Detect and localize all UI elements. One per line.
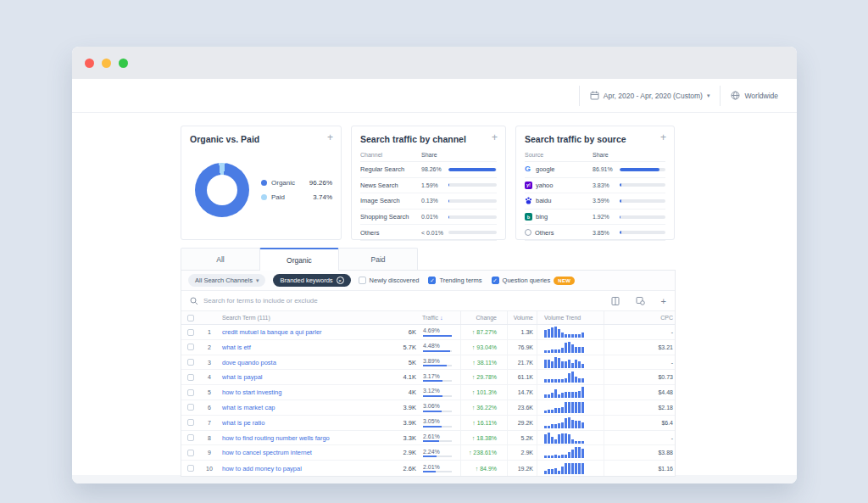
- traffic-share-bar-fill: [423, 411, 442, 412]
- row-checkbox[interactable]: [187, 389, 194, 396]
- trend-bar: [568, 452, 570, 458]
- volume-value: 21.7K: [507, 355, 537, 370]
- search-term-link[interactable]: how to add money to paypal: [219, 461, 391, 476]
- traffic-share-bar-fill: [423, 440, 439, 442]
- row-checkbox[interactable]: [187, 465, 194, 472]
- search-term-link[interactable]: what is pe ratio: [219, 416, 391, 430]
- filter-checkbox-newly-discovered[interactable]: Newly discovered: [359, 277, 420, 284]
- source-share: 3.85%: [593, 230, 620, 236]
- search-term-link[interactable]: credit mutuel la banque a qui parler: [219, 325, 391, 339]
- trend-bar: [551, 437, 554, 443]
- download-settings-icon[interactable]: [636, 296, 645, 305]
- traffic-value: 3.3K: [391, 431, 420, 445]
- row-checkbox[interactable]: [187, 374, 194, 381]
- search-channels-filter-chip[interactable]: All Search Channels ▾: [188, 274, 265, 287]
- source-label: bing: [536, 213, 548, 221]
- trend-bar: [575, 421, 577, 428]
- change-header[interactable]: Change: [460, 311, 507, 324]
- add-keywords-icon[interactable]: +: [661, 296, 666, 306]
- traffic-share-value: 4.48%: [423, 343, 440, 349]
- filter-bar: All Search Channels ▾ Branded keywords ×…: [181, 271, 675, 291]
- traffic-share-cell: 3.17%: [420, 370, 460, 384]
- row-checkbox[interactable]: [187, 344, 194, 350]
- checkbox-box[interactable]: ✓: [428, 277, 436, 284]
- row-number: 4: [200, 370, 219, 384]
- search-term-link[interactable]: what is paypal: [219, 370, 391, 384]
- minimize-button[interactable]: [102, 59, 111, 68]
- tab-organic[interactable]: Organic: [259, 248, 339, 271]
- browser-window: Apr, 2020 - Apr, 2020 (Custom) ▾ Worldwi…: [72, 47, 797, 483]
- search-term-link[interactable]: what is etf: [219, 340, 391, 355]
- region-selector[interactable]: Worldwide: [720, 86, 788, 106]
- volume-header[interactable]: Volume: [507, 311, 537, 324]
- search-term-header[interactable]: Search Term (111): [219, 311, 391, 324]
- select-all-checkbox[interactable]: [187, 315, 194, 321]
- calendar-icon: [590, 91, 599, 100]
- row-checkbox-cell: [181, 445, 200, 460]
- tab-paid[interactable]: Paid: [338, 248, 418, 270]
- search-term-link[interactable]: how to cancel spectrum internet: [219, 445, 391, 460]
- trend-bar: [551, 379, 554, 383]
- channel-label: Image Search: [360, 197, 400, 204]
- traffic-share-bar: [423, 395, 452, 397]
- expand-card-icon[interactable]: +: [660, 131, 666, 143]
- date-range-selector[interactable]: Apr, 2020 - Apr, 2020 (Custom) ▾: [579, 86, 721, 106]
- trend-bar: [551, 349, 554, 353]
- donut-legend: Organic96.26%Paid3.74%: [261, 179, 332, 201]
- channel-share-bar-fill: [448, 168, 496, 171]
- cpc-value: -: [604, 325, 676, 339]
- checkbox-box[interactable]: [359, 277, 366, 284]
- maximize-button[interactable]: [119, 59, 128, 68]
- row-checkbox[interactable]: [187, 434, 194, 441]
- row-checkbox-cell: [181, 340, 200, 355]
- export-icon[interactable]: [611, 297, 620, 305]
- filter-checkbox-trending-terms[interactable]: ✓Trending terms: [428, 277, 481, 284]
- tab-all[interactable]: All: [181, 248, 260, 270]
- traffic-share-value: 3.89%: [423, 358, 440, 364]
- row-checkbox[interactable]: [187, 329, 194, 336]
- trend-bar: [581, 378, 584, 383]
- channel-share: 1.59%: [421, 182, 448, 188]
- row-checkbox-cell: [181, 355, 200, 370]
- trend-bar: [548, 469, 550, 474]
- trend-bar: [561, 433, 564, 444]
- trend-bar: [565, 463, 567, 474]
- trend-bar: [558, 329, 560, 338]
- filter-checkbox-question-queries[interactable]: ✓Question queriesNEW: [492, 277, 576, 285]
- search-term-link[interactable]: how to start investing: [219, 385, 391, 400]
- row-checkbox[interactable]: [187, 419, 194, 426]
- trend-bar: [548, 394, 550, 398]
- traffic-share-bar: [423, 335, 452, 337]
- expand-card-icon[interactable]: +: [327, 131, 333, 143]
- search-input[interactable]: [203, 297, 595, 305]
- volume-value: 76.9K: [507, 340, 537, 355]
- trend-bar: [581, 422, 584, 428]
- traffic-header[interactable]: Traffic ↓: [391, 311, 460, 324]
- row-checkbox[interactable]: [187, 404, 194, 411]
- legend-label: Organic: [271, 179, 295, 187]
- volume-value: 1.3K: [507, 325, 537, 339]
- traffic-share-value: 2.24%: [423, 449, 440, 455]
- checkbox-box[interactable]: ✓: [492, 277, 499, 284]
- search-term-link[interactable]: how to find routing number wells fargo: [219, 431, 391, 445]
- cpc-header[interactable]: CPC: [604, 311, 676, 324]
- organic-vs-paid-card: Organic vs. Paid + Organic96.26%Paid3.74…: [181, 126, 342, 240]
- channel-label: Shopping Search: [360, 213, 409, 221]
- trend-bar: [578, 378, 581, 383]
- volume-trend-chart: [537, 355, 604, 370]
- close-button[interactable]: [85, 59, 94, 68]
- trend-bar: [571, 363, 574, 368]
- row-checkbox[interactable]: [187, 450, 194, 456]
- traffic-share-value: 3.05%: [423, 418, 440, 424]
- channel-row: Shopping Search0.01%: [360, 210, 497, 226]
- remove-filter-icon[interactable]: ×: [337, 277, 344, 284]
- row-checkbox[interactable]: [187, 359, 194, 366]
- volume-trend-chart: [537, 325, 604, 339]
- branded-keywords-chip[interactable]: Branded keywords ×: [273, 274, 350, 287]
- trend-bar: [561, 407, 564, 413]
- expand-card-icon[interactable]: +: [492, 131, 498, 143]
- checkbox-label: Newly discovered: [370, 277, 420, 284]
- search-term-link[interactable]: dove quando posta: [219, 355, 391, 370]
- channel-share: < 0.01%: [421, 230, 448, 236]
- search-term-link[interactable]: what is market cap: [219, 400, 391, 415]
